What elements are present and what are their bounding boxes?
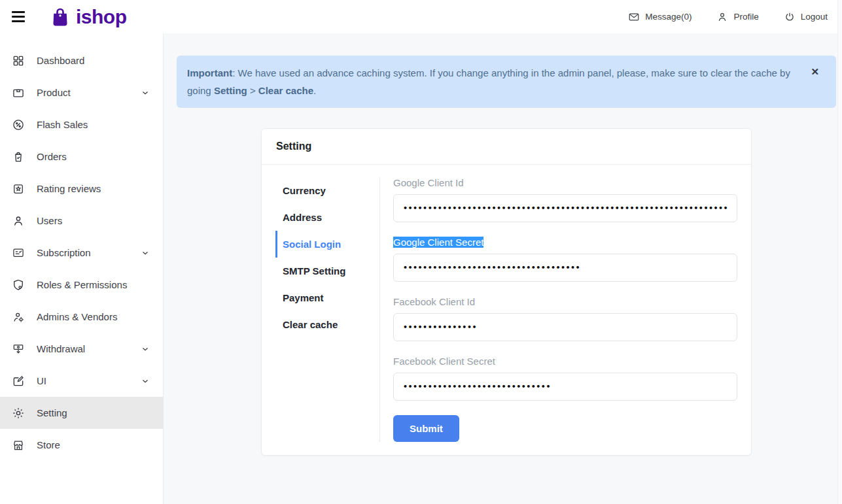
hamburger-menu-icon[interactable] [12,11,26,22]
social-login-form: Google Client Id Google Client Secret Fa… [380,177,737,442]
chevron-down-icon [141,248,150,258]
google-client-secret-field-group: Google Client Secret [393,237,737,282]
facebook-client-id-input[interactable] [393,313,737,341]
sidebar-item-label: Users [37,215,62,226]
subscription-icon [12,246,25,260]
google-client-id-input[interactable] [393,194,737,222]
sidebar-item-label: Subscription [37,247,91,258]
sidebar-item-admins-vendors[interactable]: Admins & Vendors [0,301,163,333]
envelope-icon [628,11,640,23]
profile-label: Profile [733,12,758,22]
setting-card: Setting Currency Address Social Login SM… [261,128,752,456]
sidebar-item-store[interactable]: Store [0,429,163,461]
flash-sales-icon [12,118,25,131]
store-icon [12,439,25,452]
setting-gear-icon [12,407,25,420]
sidebar-item-label: Product [37,87,71,98]
facebook-client-secret-field-group: Facebook Client Secret [393,356,737,401]
sidebar-item-label: Setting [37,407,67,418]
submit-button[interactable]: Submit [393,415,459,442]
vertical-scrollbar[interactable] [837,0,842,504]
sidebar-item-subscription[interactable]: Subscription [0,237,163,269]
google-client-secret-label: Google Client Secret [393,237,737,248]
sidebar-item-setting[interactable]: Setting [0,397,163,429]
facebook-client-id-field-group: Facebook Client Id [393,296,737,341]
sidebar-item-label: Admins & Vendors [37,311,117,322]
product-icon [12,86,25,99]
sidebar-item-label: Orders [37,151,67,162]
app-logo[interactable]: ishop [48,5,127,29]
sidebar-item-withdrawal[interactable]: Withdrawal [0,333,163,365]
shopping-bag-icon [48,5,72,29]
alert-setting-label: Setting [214,85,247,96]
alert-clear-cache-label: Clear cache [258,85,313,96]
sidebar-item-product[interactable]: Product [0,76,163,109]
google-client-id-label: Google Client Id [393,177,737,188]
alert-separator: > [247,85,258,96]
withdrawal-icon [12,343,25,356]
chevron-down-icon [141,88,150,97]
sidebar-item-label: Rating reviews [37,183,101,194]
profile-menu-item[interactable]: Profile [716,11,758,23]
tab-smtp-setting[interactable]: SMTP Setting [275,258,379,284]
alert-period: . [313,85,316,96]
selected-text-highlight: Google Client Secret [393,237,483,248]
top-header: ishop Message(0) Profile Logout [0,0,842,33]
tab-payment[interactable]: Payment [275,284,379,311]
sidebar-item-ui[interactable]: UI [0,365,163,397]
chevron-down-icon [141,344,150,354]
dashboard-icon [12,54,25,67]
roles-permissions-icon [12,278,25,292]
power-icon [784,11,796,23]
sidebar-item-label: Store [37,439,60,450]
sidebar-item-dashboard[interactable]: Dashboard [0,44,163,76]
logout-label: Logout [801,12,828,22]
person-icon [716,11,728,23]
sidebar-item-label: Roles & Permissions [37,279,127,290]
sidebar-item-roles-permissions[interactable]: Roles & Permissions [0,269,163,301]
card-header: Setting [262,129,751,165]
cache-warning-alert: Important: We have used an advance cachi… [177,56,836,108]
rating-reviews-icon [12,182,25,195]
users-icon [12,214,25,227]
tab-address[interactable]: Address [275,204,379,231]
logo-text: ishop [76,6,127,28]
card-title: Setting [276,141,311,152]
google-client-id-field-group: Google Client Id [393,177,737,222]
sidebar-item-rating-reviews[interactable]: Rating reviews [0,173,163,205]
sidebar: Dashboard Product Flash Sales Orders [0,33,164,504]
sidebar-item-users[interactable]: Users [0,205,163,237]
admins-vendors-icon [12,311,25,324]
sidebar-item-label: UI [37,375,46,386]
alert-important-label: Important [187,67,232,78]
orders-icon [12,150,25,163]
ui-icon [12,375,25,388]
google-client-secret-input[interactable] [393,254,737,282]
sidebar-item-label: Flash Sales [37,119,88,130]
facebook-client-secret-label: Facebook Client Secret [393,356,737,367]
sidebar-item-flash-sales[interactable]: Flash Sales [0,109,163,141]
close-icon[interactable]: ✕ [811,63,819,80]
setting-tabs: Currency Address Social Login SMTP Setti… [275,177,380,442]
facebook-client-id-label: Facebook Client Id [393,296,737,307]
tab-social-login[interactable]: Social Login [275,231,379,258]
sidebar-item-label: Withdrawal [37,343,85,354]
main-content: Important: We have used an advance cachi… [164,33,842,504]
facebook-client-secret-input[interactable] [393,373,737,401]
chevron-down-icon [141,377,150,386]
tab-clear-cache[interactable]: Clear cache [275,311,379,338]
sidebar-item-label: Dashboard [37,55,84,66]
message-menu-item[interactable]: Message(0) [628,11,692,23]
sidebar-item-orders[interactable]: Orders [0,141,163,173]
message-label: Message(0) [645,12,692,22]
tab-currency[interactable]: Currency [275,177,379,204]
logout-menu-item[interactable]: Logout [784,11,828,23]
